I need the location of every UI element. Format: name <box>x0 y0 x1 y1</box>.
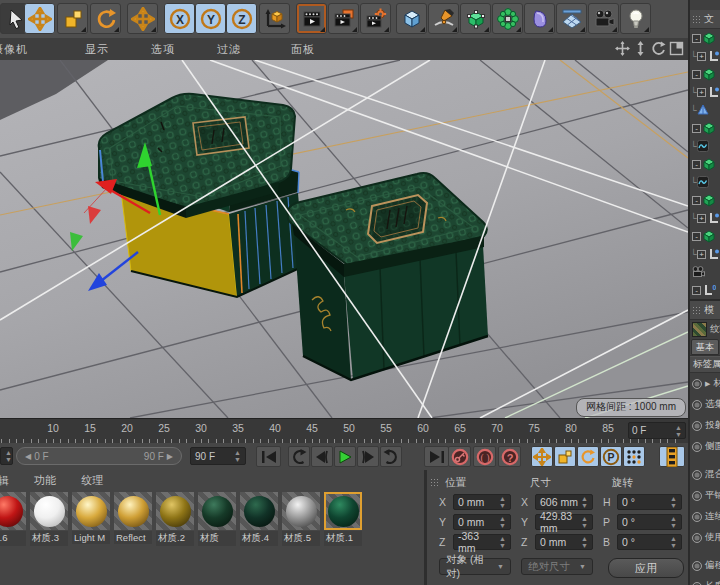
add-light-button[interactable] <box>620 3 651 34</box>
expand-toggle[interactable]: + <box>697 88 706 97</box>
object-tree-row[interactable]: -0 <box>690 281 720 299</box>
object-tree-row[interactable]: └+ <box>690 209 720 227</box>
expand-toggle[interactable]: - <box>692 70 701 79</box>
attribute-manager-menubar[interactable]: 模 <box>690 301 720 320</box>
size-mode-dropdown[interactable]: 绝对尺寸▼ <box>521 558 593 575</box>
keyframe-dot-icon[interactable] <box>692 470 702 480</box>
object-tree-row[interactable]: └ <box>690 137 720 155</box>
material-swatch[interactable]: Reflect <box>114 492 152 546</box>
tag-property-row[interactable]: 侧面 <box>690 436 720 457</box>
move-tool-button[interactable] <box>24 3 55 34</box>
coordinate-value-field[interactable]: 606 mm▲▼ <box>535 494 593 510</box>
expand-toggle[interactable]: + <box>697 52 706 61</box>
expand-toggle[interactable]: - <box>692 160 701 169</box>
motion-clip-button[interactable] <box>659 446 685 467</box>
end-frame-field[interactable]: 90 F▲▼ <box>190 447 246 465</box>
lock-y-axis-button[interactable]: Y <box>195 3 226 34</box>
coordinate-system-button[interactable] <box>259 3 290 34</box>
material-swatch[interactable]: 材质.5 <box>282 492 320 546</box>
tag-property-row[interactable]: 投射 <box>690 415 720 436</box>
lock-x-axis-button[interactable]: X <box>164 3 195 34</box>
add-spline-button[interactable] <box>428 3 459 34</box>
expand-toggle[interactable]: - <box>692 232 701 241</box>
scale-tool-button[interactable] <box>57 3 88 34</box>
key-rotation-button[interactable] <box>577 446 599 467</box>
panel-grip[interactable] <box>692 15 701 24</box>
object-tree-row[interactable]: - <box>690 65 720 83</box>
viewport-rotate-icon[interactable] <box>651 41 666 56</box>
keyframe-dot-icon[interactable] <box>692 561 702 571</box>
panel-grip[interactable] <box>430 478 439 487</box>
expand-toggle[interactable]: + <box>697 250 706 259</box>
tag-property-row[interactable]: 连续 <box>690 506 720 527</box>
key-scale-button[interactable] <box>554 446 576 467</box>
frame-stepper-stub[interactable]: ▲▼ <box>0 447 13 465</box>
material-swatch[interactable]: 材质.3 <box>30 492 68 546</box>
rotate-tool-button[interactable] <box>90 3 121 34</box>
material-swatch[interactable]: 材质.2 <box>156 492 194 546</box>
tag-property-row[interactable]: 选集 <box>690 394 720 415</box>
render-view-button[interactable] <box>296 3 327 34</box>
tag-property-row[interactable]: 偏移 <box>690 555 720 576</box>
add-environment-button[interactable] <box>556 3 587 34</box>
material-swatch[interactable]: 材质.4 <box>240 492 278 546</box>
object-tree-row[interactable]: └ <box>690 173 720 191</box>
keyframe-dot-icon[interactable] <box>692 421 702 431</box>
menu-panel[interactable]: 面板 <box>291 42 315 57</box>
viewport-pan-icon[interactable] <box>615 41 630 56</box>
material-swatch[interactable]: 材质.1 <box>324 492 362 546</box>
tag-property-row[interactable]: 平铺 <box>690 485 720 506</box>
keyframe-dot-icon[interactable] <box>692 533 702 543</box>
menu-display[interactable]: 显示 <box>85 42 109 57</box>
key-position-button[interactable] <box>531 446 553 467</box>
add-camera-button[interactable] <box>588 3 619 34</box>
go-to-end-button[interactable] <box>424 446 449 467</box>
menu-function[interactable]: 功能 <box>34 474 56 486</box>
panel-grip[interactable] <box>692 306 701 315</box>
keyframe-dot-icon[interactable] <box>692 379 702 389</box>
timeline-ruler[interactable]: 1015202530354045505560657075808590 0 F▲▼ <box>0 418 688 445</box>
keyframe-dot-icon[interactable] <box>692 400 702 410</box>
object-manager-menubar[interactable]: 文 <box>690 10 720 29</box>
add-deformer-button[interactable] <box>524 3 555 34</box>
material-swatch[interactable]: 材质 <box>198 492 236 546</box>
next-frame-button[interactable] <box>357 446 379 467</box>
menu-options[interactable]: 选项 <box>151 42 175 57</box>
object-tree-row[interactable]: - <box>690 119 720 137</box>
coordinate-value-field[interactable]: 0 °▲▼ <box>617 494 682 510</box>
material-swatch[interactable]: 质.6 <box>0 492 26 546</box>
viewport-zoom-icon[interactable] <box>633 41 648 56</box>
play-reverse-button[interactable] <box>288 446 310 467</box>
tag-properties-header[interactable]: 标签属性 <box>690 356 720 373</box>
menu-camera[interactable]: 摄像机 <box>0 42 28 57</box>
viewport-3d[interactable]: 网格间距 : 1000 mm <box>0 60 688 418</box>
coordinate-value-field[interactable]: 429.83 mm▲▼ <box>535 514 593 530</box>
tab-basic[interactable]: 基本 <box>691 339 719 355</box>
apply-button[interactable]: 应用 <box>608 558 684 578</box>
object-tree-row[interactable] <box>690 263 720 281</box>
add-generator-button[interactable] <box>460 3 491 34</box>
play-forward-button[interactable] <box>334 446 356 467</box>
coordinate-value-field[interactable]: -363 mm▲▼ <box>453 534 511 550</box>
expand-toggle[interactable]: - <box>692 34 701 43</box>
tag-property-row[interactable]: ▶材质 <box>690 373 720 394</box>
timeline-range-slider[interactable]: ◀0 F 90 F▶ <box>16 447 182 465</box>
object-tree-row[interactable]: - <box>690 227 720 245</box>
keyframe-dot-icon[interactable] <box>692 491 702 501</box>
point-level-animation-button[interactable] <box>623 446 645 467</box>
material-swatch[interactable]: Light M <box>72 492 110 546</box>
tag-property-row[interactable]: 使用凹凸 <box>690 527 720 548</box>
expand-toggle[interactable]: - <box>692 196 701 205</box>
coordinate-value-field[interactable]: 0 mm▲▼ <box>535 534 593 550</box>
object-tree-row[interactable]: └+ <box>690 83 720 101</box>
record-keyframe-button[interactable] <box>448 446 471 467</box>
render-settings-button[interactable] <box>360 3 391 34</box>
add-array-button[interactable] <box>492 3 523 34</box>
object-tree-row[interactable]: └ <box>690 101 720 119</box>
menu-edit[interactable]: 编辑 <box>0 474 9 486</box>
previous-frame-button[interactable] <box>311 446 333 467</box>
coordinate-mode-dropdown[interactable]: 对象 (相对)▼ <box>439 558 511 575</box>
go-to-start-button[interactable] <box>256 446 281 467</box>
object-tree-row[interactable]: - <box>690 191 720 209</box>
texture-tag-row[interactable]: 纹理 <box>690 320 720 338</box>
